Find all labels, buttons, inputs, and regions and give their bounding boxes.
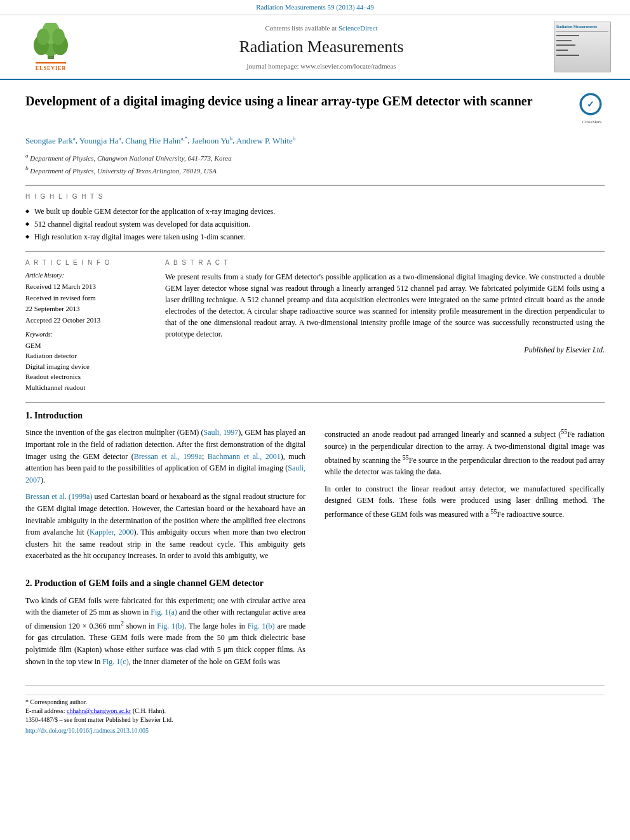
journal-center-info: Contents lists available at ScienceDirec… — [89, 23, 554, 71]
elsevier-tree-icon — [25, 23, 76, 61]
article-info-abstract: A R T I C L E I N F O Article history: R… — [25, 258, 605, 393]
section2-para-1: Two kinds of GEM foils were fabricated f… — [25, 595, 305, 668]
intro-body-cols: Since the invention of the gas electron … — [25, 427, 605, 567]
elsevier-logo-area: ELSEVIER — [13, 23, 89, 72]
article-info-col: A R T I C L E I N F O Article history: R… — [25, 258, 152, 393]
science-direct-link[interactable]: ScienceDirect — [338, 24, 378, 32]
intro-left-col: Since the invention of the gas electron … — [25, 427, 305, 567]
elsevier-logo: ELSEVIER — [13, 23, 89, 72]
section2-body-cols: Two kinds of GEM foils were fabricated f… — [25, 595, 605, 673]
ref-bressan-1999a[interactable]: Bressan et al., 1999a — [134, 452, 202, 461]
keywords-label: Keywords: — [25, 330, 152, 339]
ref-sauli-2007[interactable]: Sauli, 2007 — [25, 463, 305, 484]
intro-right-para-2: In order to construct the linear readout… — [325, 483, 605, 521]
section2-right-col — [325, 595, 605, 673]
intro-right-para-1: constructed an anode readout pad arrange… — [325, 427, 605, 477]
doi-link[interactable]: http://dx.doi.org/10.1016/j.radmeas.2013… — [25, 727, 149, 734]
email-label: E-mail address: — [25, 707, 65, 714]
keyword-3: Digital imaging device — [25, 362, 152, 371]
ref-bachmann-2001[interactable]: Bachmann et al., 2001 — [208, 452, 281, 461]
abstract-label: A B S T R A C T — [165, 258, 605, 267]
footer-section: * Corresponding author. E-mail address: … — [25, 685, 605, 735]
ref-sauli-1997[interactable]: Sauli, 1997 — [203, 428, 238, 437]
crossmark-area: ✓ CrossMark — [579, 93, 605, 125]
highlight-item-3: High resolution x-ray digital images wer… — [25, 232, 605, 243]
section2-left-col: Two kinds of GEM foils were fabricated f… — [25, 595, 305, 673]
keyword-2: Radiation detector — [25, 351, 152, 361]
ref-fig1b[interactable]: Fig. 1(b) — [157, 622, 184, 630]
paper-title-section: Development of a digital imaging device … — [25, 93, 605, 125]
journal-thumbnail: Radiation Measurements ▬▬▬▬▬▬▬▬▬▬▬▬▬▬▬▬▬… — [554, 22, 617, 72]
intro-right-col: constructed an anode readout pad arrange… — [325, 427, 605, 567]
crossmark-label: CrossMark — [579, 119, 605, 126]
affiliation-b: b Department of Physics, University of T… — [25, 164, 605, 176]
journal-thumbnail-box: Radiation Measurements ▬▬▬▬▬▬▬▬▬▬▬▬▬▬▬▬▬… — [554, 22, 611, 72]
doi-link-line: http://dx.doi.org/10.1016/j.radmeas.2013… — [25, 726, 605, 735]
paper-title: Development of a digital imaging device … — [25, 93, 573, 109]
ref-kappler-2000[interactable]: Kappler, 2000 — [90, 528, 134, 537]
published-by: Published by Elsevier Ltd. — [165, 345, 605, 356]
highlights-section: H I G H L I G H T S We built up double G… — [25, 192, 605, 242]
affiliations: a Department of Physics, Changwon Nation… — [25, 152, 605, 176]
ref-fig1c[interactable]: Fig. 1(c) — [102, 657, 128, 666]
intro-para-2: Bressan et al. (1999a) used Cartesian bo… — [25, 491, 305, 562]
section2-area: 2. Production of GEM foils and a single … — [25, 577, 605, 672]
ref-fig1a[interactable]: Fig. 1(a) — [151, 608, 177, 617]
journal-url: journal homepage: www.elsevier.com/locat… — [89, 62, 554, 71]
section2-heading: 2. Production of GEM foils and a single … — [25, 577, 605, 590]
abstract-text: We present results from a study for GEM … — [165, 271, 605, 340]
crossmark-icon: ✓ — [579, 93, 602, 116]
highlight-item-2: 512 channel digital readout system was d… — [25, 219, 605, 230]
abstract-col: A B S T R A C T We present results from … — [165, 258, 605, 393]
issn-note: 1350-4487/$ – see front matter Published… — [25, 716, 605, 724]
keywords-section: Keywords: GEM Radiation detector Digital… — [25, 330, 152, 392]
accepted-date: Accepted 22 October 2013 — [25, 316, 152, 325]
journal-ref-text: Radiation Measurements 59 (2013) 44–49 — [256, 3, 374, 11]
svg-text:✓: ✓ — [587, 100, 594, 109]
article-info-label: A R T I C L E I N F O — [25, 258, 152, 267]
keyword-5: Multichannel readout — [25, 383, 152, 392]
introduction-section: 1. Introduction Since the invention of t… — [25, 410, 605, 567]
authors-line: Seongtae Parka, Youngja Haa, Chang Hie H… — [25, 134, 605, 147]
main-content: Development of a digital imaging device … — [0, 80, 630, 750]
keyword-1: GEM — [25, 341, 152, 350]
divider-before-body — [25, 402, 605, 403]
email-link[interactable]: chhahn@changwon.ac.kr — [67, 707, 131, 714]
elsevier-wordmark: ELSEVIER — [36, 62, 66, 72]
corresponding-author-note: * Corresponding author. E-mail address: … — [25, 695, 605, 716]
article-history: Article history: Received 12 March 2013 … — [25, 271, 152, 325]
author-1: Seongtae Parka — [25, 136, 76, 145]
contents-available: Contents lists available at ScienceDirec… — [89, 23, 554, 33]
ref-bressan-1999a-2[interactable]: Bressan et al. (1999a) — [25, 492, 92, 501]
journal-header: ELSEVIER Contents lists available at Sci… — [0, 15, 630, 80]
intro-para-1: Since the invention of the gas electron … — [25, 427, 305, 486]
author-5: Andrew P. Whiteb — [236, 136, 295, 145]
revised-date: 22 September 2013 — [25, 304, 152, 314]
highlight-item-1: We built up double GEM detector for the … — [25, 206, 605, 217]
divider-after-affiliations — [25, 185, 605, 186]
journal-reference: Radiation Measurements 59 (2013) 44–49 — [0, 0, 630, 15]
history-label: Article history: — [25, 271, 152, 280]
keyword-4: Readout electronics — [25, 372, 152, 382]
highlights-label: H I G H L I G H T S — [25, 192, 605, 201]
author-4: Jaehoon Yub — [192, 136, 232, 145]
author-2: Youngja Haa — [79, 136, 121, 145]
thumbnail-text: ▬▬▬▬▬▬▬▬▬▬▬▬▬▬▬▬▬▬▬▬▬▬▬▬ — [556, 33, 608, 58]
journal-title: Radiation Measurements — [89, 36, 554, 58]
intro-heading: 1. Introduction — [25, 410, 605, 422]
affiliation-a: a Department of Physics, Changwon Nation… — [25, 152, 605, 163]
received-date: Received 12 March 2013 — [25, 282, 152, 291]
author-3: Chang Hie Hahna,* — [125, 136, 187, 145]
received-revised-label: Received in revised form — [25, 293, 152, 303]
email-attribution: (C.H. Hahn). — [133, 707, 166, 714]
svg-point-5 — [37, 29, 50, 45]
ref-fig1b-2[interactable]: Fig. 1(b) — [248, 622, 275, 630]
thumbnail-title: Radiation Measurements — [556, 24, 608, 31]
divider-after-highlights — [25, 251, 605, 252]
svg-point-6 — [52, 29, 65, 45]
